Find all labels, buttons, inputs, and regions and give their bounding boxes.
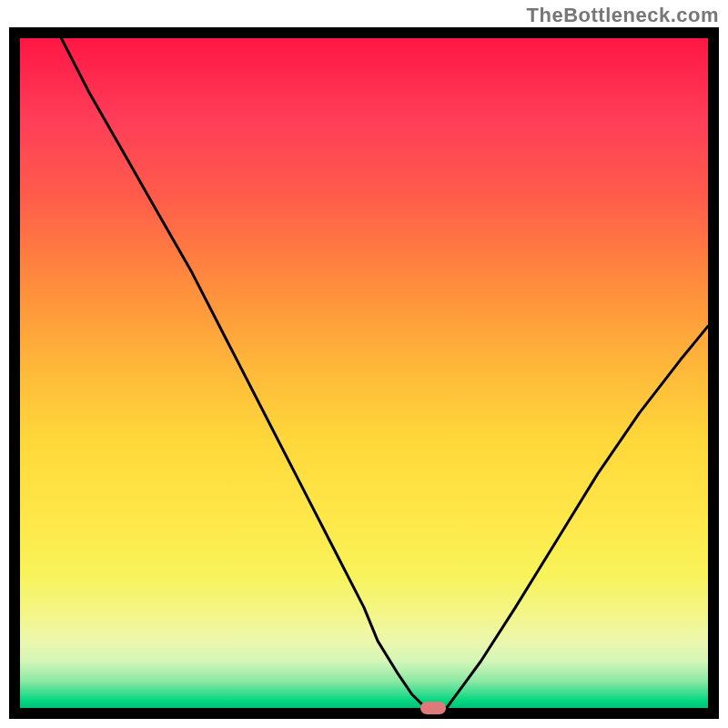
chart-plot bbox=[20, 38, 708, 708]
chart-curve bbox=[61, 38, 708, 708]
chart-marker bbox=[420, 702, 446, 714]
chart-frame bbox=[9, 27, 719, 719]
watermark-text: TheBottleneck.com bbox=[527, 4, 719, 27]
chart-container: TheBottleneck.com bbox=[0, 0, 728, 728]
